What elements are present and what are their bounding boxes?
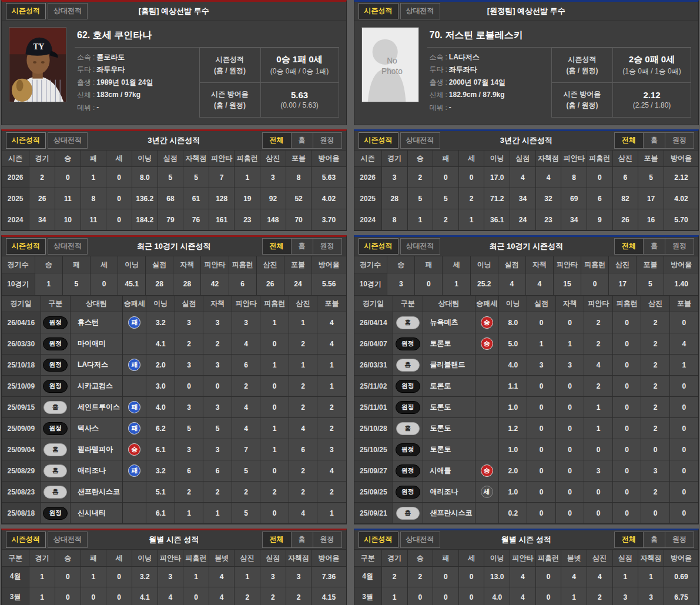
stat-cell: 8 [81, 188, 106, 209]
filter-all[interactable]: 전체 [614, 132, 644, 149]
player-info-value: LA다저스 [449, 53, 480, 61]
venue-badge: 원정 [396, 464, 420, 477]
stat-cell: 3 [158, 566, 183, 587]
stat-cell: 0 [612, 376, 641, 397]
tab-season-stats[interactable]: 시즌성적 [6, 3, 46, 19]
filter-home[interactable]: 홈 [644, 238, 665, 255]
section-monthly-away: 시즌성적상대전적월별 시즌 성적전체홈원정구분경기승패세이닝피안타피홈런볼넷삼진… [354, 529, 699, 605]
stat-cell: 0 [584, 482, 612, 503]
game-log-table: 경기일구분상대팀승패세이닝실점자책피안타피홈런삼진포볼26/04/14홈뉴욕메츠… [354, 296, 699, 524]
tab-head-to-head[interactable]: 상대전적 [48, 132, 88, 149]
section-monthly-home: 시즌성적상대전적월별 시즌 성적전체홈원정구분경기승패세이닝피안타피홈런볼넷삼진… [1, 529, 347, 605]
tab-season-stats[interactable]: 시즌성적 [359, 238, 398, 255]
column-header: 피안타 [209, 151, 235, 167]
stat-cell: 3 [381, 167, 407, 188]
game-log-row: 25/10/25원정토론토1.0000000 [354, 439, 699, 460]
tab-head-to-head[interactable]: 상대전적 [48, 238, 88, 255]
game-date: 25/10/28 [354, 418, 393, 439]
tab-head-to-head[interactable]: 상대전적 [48, 532, 88, 548]
opponent-cell: 클리블랜드 [423, 355, 475, 376]
game-date: 25/10/18 [2, 355, 41, 376]
recent-summary-table: 경기수승패세이닝실점자책피안타피홈런삼진포볼방어율10경기15045.12828… [2, 256, 346, 296]
stat-cell: 8 [286, 167, 312, 188]
stat-cell: 7.36 [312, 566, 346, 587]
table-row: 2025261180136.268611281992524.02 [2, 188, 346, 209]
stat-cell: 0 [641, 439, 669, 460]
player-info-row: 출생:1989년 01월 24일 [77, 78, 197, 88]
tab-season-stats[interactable]: 시즌성적 [6, 532, 46, 548]
column-header: 실점 [527, 296, 555, 312]
filter-home[interactable]: 홈 [644, 532, 665, 548]
tab-head-to-head[interactable]: 상대전적 [48, 3, 88, 19]
game-log-row: 25/11/02원정토론토1.1002020 [354, 376, 699, 397]
column-header: 삼진 [256, 256, 284, 273]
game-date: 26/04/07 [354, 333, 393, 355]
tab-season-stats[interactable]: 시즌성적 [6, 132, 46, 149]
column-header: 포볼 [637, 256, 664, 273]
player-info-value: - [96, 103, 99, 112]
stat-cell: 2.0 [498, 460, 527, 482]
stat-cell: 4.02 [312, 188, 346, 209]
stat-cell: 0 [555, 503, 584, 524]
stat-cell: 1 [561, 587, 587, 605]
column-header: 삼진 [235, 550, 260, 566]
filter-all[interactable]: 전체 [262, 238, 292, 255]
header-row: 경기수승패세이닝실점자책피안타피홈런삼진포볼방어율 [354, 256, 699, 273]
stat-cell: 6 [289, 439, 317, 460]
tab-season-stats[interactable]: 시즌성적 [359, 532, 398, 548]
filter-home[interactable]: 홈 [644, 132, 665, 149]
tab-season-stats[interactable]: 시즌성적 [359, 132, 398, 149]
tab-head-to-head[interactable]: 상대전적 [400, 132, 440, 149]
stat-box-label-main: 시즌성적 [216, 55, 244, 65]
stat-cell: 148 [260, 209, 286, 230]
venue-badge: 원정 [396, 380, 420, 393]
stat-cell: 3 [203, 397, 232, 418]
result-cell [123, 503, 146, 524]
filter-away[interactable]: 원정 [313, 532, 342, 548]
tab-head-to-head[interactable]: 상대전적 [400, 238, 440, 255]
stat-cell: 1 [317, 376, 346, 397]
stat-cell: 1 [260, 418, 289, 439]
row-header: 10경기 [354, 273, 387, 295]
stat-cell: 0 [527, 460, 555, 482]
tab-season-stats[interactable]: 시즌성적 [359, 3, 398, 19]
stat-cell: 76 [183, 209, 209, 230]
stat-box-label: 시즌성적(홈 / 원정) [552, 48, 613, 82]
three-year-table-head: 시즌경기승패세이닝실점자책점피안타피홈런삼진포볼방어율 [354, 151, 699, 167]
stat-cell: 4 [510, 167, 536, 188]
stat-cell: 34 [510, 188, 536, 209]
result-cell: 패 [123, 312, 146, 333]
result-badge: 세 [481, 486, 493, 498]
column-header: 실점 [510, 151, 536, 167]
filter-all[interactable]: 전체 [614, 532, 644, 548]
filter-home[interactable]: 홈 [292, 132, 313, 149]
tab-season-stats[interactable]: 시즌성적 [6, 238, 46, 255]
stat-cell: 0 [555, 376, 584, 397]
stat-cell: 4 [525, 273, 553, 295]
filter-away[interactable]: 원정 [313, 132, 342, 149]
stat-cell: 1.1 [498, 376, 527, 397]
stat-cell: 0 [584, 503, 612, 524]
filter-all[interactable]: 전체 [262, 532, 292, 548]
filter-away[interactable]: 원정 [665, 532, 694, 548]
column-header: 포볼 [317, 296, 346, 312]
stat-cell: 3 [317, 439, 346, 460]
section-three-year-away: 시즌성적상대전적3년간 시즌성적전체홈원정시즌경기승패세이닝실점자책점피안타피홈… [354, 129, 699, 232]
filter-home[interactable]: 홈 [292, 238, 313, 255]
tab-head-to-head[interactable]: 상대전적 [400, 3, 440, 19]
stat-cell: 1.40 [664, 273, 698, 295]
filter-home[interactable]: 홈 [292, 532, 313, 548]
stat-cell: 7 [209, 167, 235, 188]
filter-away[interactable]: 원정 [313, 238, 342, 255]
stat-cell: 9 [587, 209, 612, 230]
stat-cell: 6.1 [146, 503, 175, 524]
player-season-stat-boxes: 시즌성적(홈 / 원정)0승 1패 0세(0승 0패 / 0승 1패)시즌 방어… [199, 48, 339, 118]
filter-away[interactable]: 원정 [665, 238, 694, 255]
player-info-row: 소속:콜로라도 [77, 52, 197, 62]
filter-all[interactable]: 전체 [262, 132, 292, 149]
tab-head-to-head[interactable]: 상대전적 [400, 532, 440, 548]
filter-all[interactable]: 전체 [614, 238, 644, 255]
player-info-list: 소속:콜로라도투타:좌투우타출생:1989년 01월 24일신체:183cm /… [75, 48, 199, 118]
filter-away[interactable]: 원정 [665, 132, 694, 149]
column-header: 피안타 [201, 256, 229, 273]
